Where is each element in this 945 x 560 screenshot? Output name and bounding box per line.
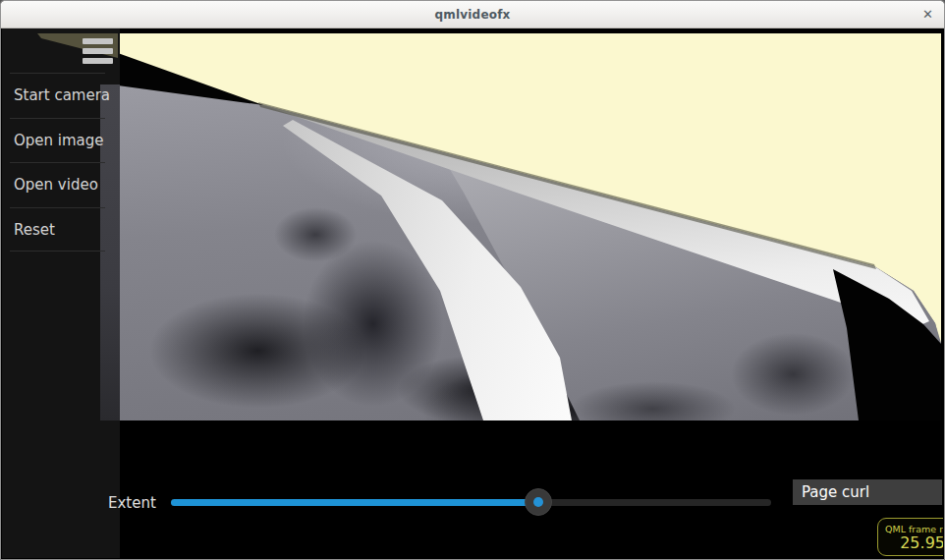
sidebar-item-open-video[interactable]: Open video: [10, 162, 105, 207]
sidebar-item-reset[interactable]: Reset: [10, 207, 105, 252]
window-title: qmlvideofx: [1, 8, 944, 22]
fps-readout: QML frame r... 25.95: [877, 518, 943, 556]
extent-slider-handle[interactable]: [525, 488, 552, 516]
titlebar[interactable]: qmlvideofx ✕: [1, 1, 944, 28]
hamburger-icon[interactable]: [83, 38, 114, 66]
fps-value: 25.95: [878, 533, 943, 552]
extent-slider-fill: [171, 499, 537, 506]
video-surface[interactable]: [118, 33, 941, 420]
fps-label: QML frame r...: [878, 519, 943, 534]
slider-handle-dot: [533, 497, 543, 507]
sidebar: Start camera Open image Open video Reset: [2, 28, 120, 558]
extent-slider-label: Extent: [108, 494, 156, 512]
extent-slider-track[interactable]: [171, 499, 771, 506]
app-content: Start camera Open image Open video Reset…: [2, 28, 943, 558]
sidebar-item-start-camera[interactable]: Start camera: [10, 73, 105, 118]
sidebar-item-open-image[interactable]: Open image: [10, 118, 105, 163]
effect-selector[interactable]: Page curl: [793, 479, 942, 505]
app-window: qmlvideofx ✕ Start camera Open imag: [0, 0, 945, 560]
sidebar-menu: Start camera Open image Open video Reset: [10, 73, 105, 252]
close-icon[interactable]: ✕: [922, 7, 933, 23]
